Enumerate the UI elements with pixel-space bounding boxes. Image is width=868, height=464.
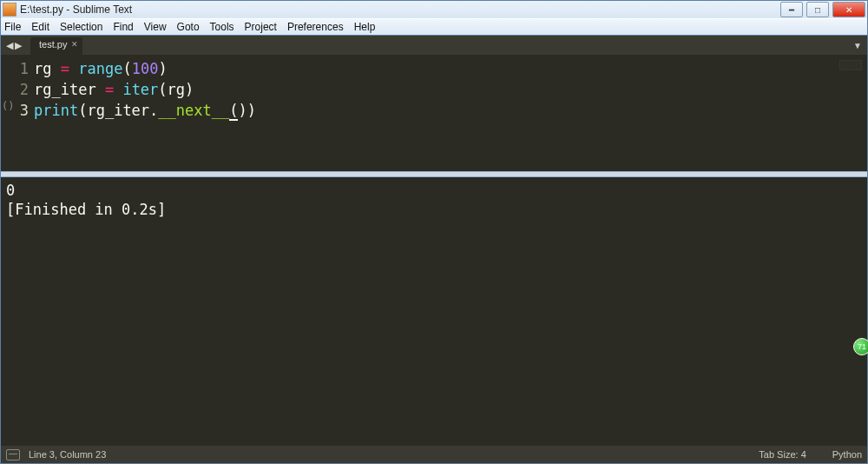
token: (	[122, 60, 131, 77]
title-bar[interactable]: E:\test.py - Sublime Text ━ □ ✕	[1, 1, 867, 18]
status-syntax[interactable]: Python	[832, 449, 862, 460]
menu-view[interactable]: View	[144, 21, 167, 33]
tab-label: test.py	[39, 39, 67, 50]
token: iter	[122, 81, 158, 98]
line-number: 2	[1, 79, 34, 100]
close-button[interactable]: ✕	[832, 2, 865, 17]
token: rg_iter	[87, 102, 149, 119]
bracket-match-icon: ()	[2, 100, 14, 112]
menu-project[interactable]: Project	[245, 21, 277, 33]
gutter: 1 2 3	[1, 55, 34, 171]
token: )	[238, 102, 247, 119]
overlay-badge[interactable]: 71	[853, 338, 868, 355]
tab-overflow-icon[interactable]: ▼	[853, 41, 862, 50]
token: rg	[34, 60, 61, 77]
token: )	[158, 60, 167, 77]
overlay-badge-text: 71	[858, 342, 866, 351]
token: (	[158, 81, 167, 98]
status-bar: Line 3, Column 23 Tab Size: 4 Python	[1, 446, 867, 463]
token: __next__	[158, 102, 229, 119]
token	[114, 81, 122, 98]
menu-edit[interactable]: Edit	[31, 21, 49, 33]
tab-close-icon[interactable]: ✕	[71, 40, 78, 49]
token: =	[61, 60, 69, 77]
token: 100	[132, 60, 159, 77]
code-text[interactable]: rg = range(100) rg_iter = iter(rg) print…	[34, 55, 836, 171]
window-title: E:\test.py - Sublime Text	[20, 3, 779, 16]
app-icon	[3, 3, 16, 17]
maximize-button[interactable]: □	[806, 2, 829, 17]
output-line: [Finished in 0.2s]	[6, 201, 166, 218]
token: rg	[168, 81, 185, 98]
token: )	[247, 102, 256, 119]
menu-selection[interactable]: Selection	[60, 21, 102, 33]
editor-frame: ◀ ▶ test.py ✕ ▼ () 1 2 3 rg = range(100)…	[1, 35, 867, 463]
token: rg_iter	[34, 81, 105, 98]
minimize-button[interactable]: ━	[780, 2, 803, 17]
output-line: 0	[6, 182, 15, 199]
tab-nav-back-icon[interactable]: ◀	[5, 40, 14, 51]
menu-bar: File Edit Selection Find View Goto Tools…	[1, 18, 867, 35]
token: (	[78, 102, 87, 119]
pane-splitter[interactable]	[1, 171, 867, 177]
token: .	[149, 102, 158, 119]
minimap-viewport[interactable]	[839, 60, 862, 70]
tab-nav-forward-icon[interactable]: ▶	[14, 40, 23, 51]
status-position[interactable]: Line 3, Column 23	[29, 449, 106, 460]
token: range	[78, 60, 122, 77]
panel-switch-icon[interactable]	[6, 449, 20, 461]
menu-help[interactable]: Help	[354, 21, 376, 33]
menu-file[interactable]: File	[4, 21, 21, 33]
token: print	[34, 102, 78, 119]
tab-testpy[interactable]: test.py ✕	[30, 37, 82, 55]
window-buttons: ━ □ ✕	[779, 2, 867, 17]
minimap[interactable]	[836, 55, 867, 171]
line-number: 1	[1, 58, 34, 79]
code-area[interactable]: () 1 2 3 rg = range(100) rg_iter = iter(…	[1, 55, 867, 171]
token: (	[229, 102, 238, 121]
token	[69, 60, 78, 77]
token: =	[105, 81, 114, 98]
menu-find[interactable]: Find	[113, 21, 133, 33]
tab-nav: ◀ ▶	[1, 36, 27, 55]
status-tab-size[interactable]: Tab Size: 4	[759, 449, 806, 460]
menu-goto[interactable]: Goto	[177, 21, 200, 33]
build-output[interactable]: 0 [Finished in 0.2s]	[1, 177, 867, 446]
menu-tools[interactable]: Tools	[210, 21, 234, 33]
window-root: E:\test.py - Sublime Text ━ □ ✕ File Edi…	[0, 0, 868, 464]
token: )	[185, 81, 194, 98]
menu-preferences[interactable]: Preferences	[287, 21, 344, 33]
tab-bar: ◀ ▶ test.py ✕ ▼	[1, 36, 867, 55]
